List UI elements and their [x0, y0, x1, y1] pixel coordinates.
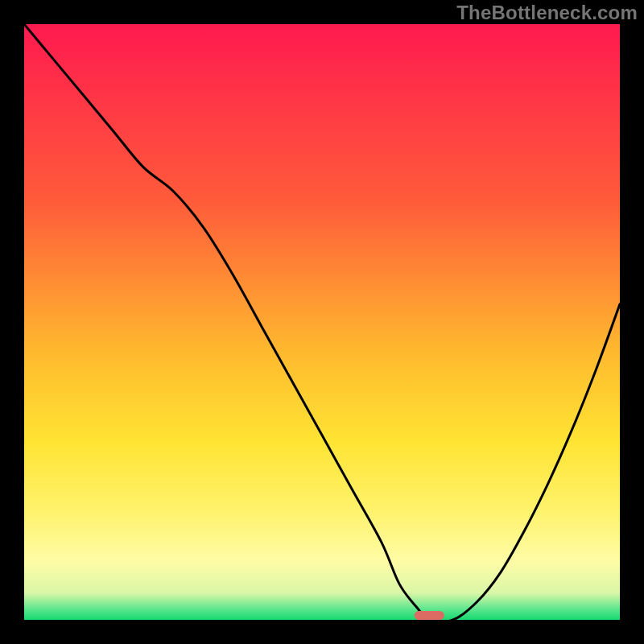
chart-svg — [24, 24, 620, 620]
plot-area — [24, 24, 620, 620]
gradient-background — [24, 24, 620, 620]
chart-frame: TheBottleneck.com — [0, 0, 644, 644]
watermark-text: TheBottleneck.com — [456, 2, 638, 24]
optimum-marker — [415, 611, 444, 620]
